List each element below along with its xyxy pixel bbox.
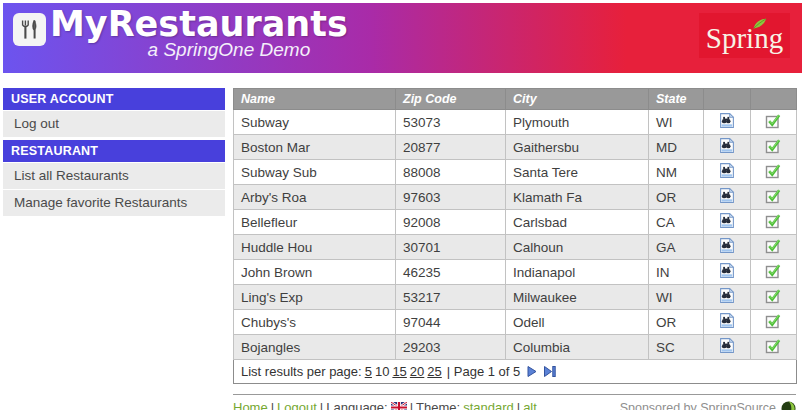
restaurant-zip: 92008 (396, 210, 506, 235)
restaurant-name: Subway (234, 110, 396, 135)
restaurant-state: OR (649, 310, 704, 335)
sponsored-by: Sponsored by SpringSource (620, 401, 796, 410)
theme-label: Theme: (416, 400, 460, 410)
column-zip-code: Zip Code (396, 89, 506, 110)
pagination-bar: List results per page:510152025| Page 1 … (234, 360, 797, 384)
restaurant-state: MD (649, 135, 704, 160)
restaurant-table: Name Zip Code City State Subway 53073 Pl… (233, 88, 797, 384)
favorite-checked-icon[interactable] (765, 163, 782, 179)
view-details-icon[interactable] (719, 112, 735, 129)
sidebar-header-user-account: USER ACCOUNT (3, 88, 225, 110)
per-page-option-25[interactable]: 25 (427, 364, 441, 379)
favorite-checked-icon[interactable] (765, 263, 782, 279)
sidebar-item-list-all-restaurants[interactable]: List all Restaurants (3, 163, 225, 189)
sidebar-section-user-account: USER ACCOUNT Log out (3, 88, 225, 137)
restaurant-state: CA (649, 210, 704, 235)
view-details-icon[interactable] (719, 162, 735, 179)
view-cell (704, 285, 751, 310)
restaurant-name: Boston Mar (234, 135, 396, 160)
restaurant-city: Milwaukee (506, 285, 649, 310)
column-view (704, 89, 751, 110)
uk-flag-icon[interactable] (391, 401, 407, 410)
language-label: Language: (326, 400, 387, 410)
footer-links: Home|Logout|Language:|Theme:standard|alt (233, 400, 540, 410)
favorite-checked-icon[interactable] (765, 288, 782, 304)
view-details-icon[interactable] (719, 312, 735, 329)
view-cell (704, 310, 751, 335)
sidebar-section-restaurant: RESTAURANT List all Restaurants Manage f… (3, 140, 225, 216)
restaurant-zip: 97044 (396, 310, 506, 335)
leaf-icon (752, 15, 767, 33)
column-favorite (751, 89, 797, 110)
restaurant-city: Calhoun (506, 235, 649, 260)
view-details-icon[interactable] (719, 337, 735, 354)
separator: | (410, 400, 413, 410)
restaurant-name: Chubys's (234, 310, 396, 335)
view-details-icon[interactable] (719, 212, 735, 229)
per-page-option-5[interactable]: 5 (365, 364, 372, 379)
restaurant-city: Indianapol (506, 260, 649, 285)
separator: | (517, 400, 520, 410)
favorite-checked-icon[interactable] (765, 213, 782, 229)
view-cell (704, 260, 751, 285)
footer: Home|Logout|Language:|Theme:standard|alt… (233, 394, 796, 410)
favorite-checked-icon[interactable] (765, 188, 782, 204)
sidebar-item-logout[interactable]: Log out (3, 111, 225, 137)
theme-link-standard[interactable]: standard (463, 400, 514, 410)
restaurant-row: Subway 53073 Plymouth WI (234, 110, 797, 135)
restaurant-state: NM (649, 160, 704, 185)
sidebar: USER ACCOUNT Log out RESTAURANT List all… (3, 88, 225, 216)
app-title: MyRestaurants (50, 4, 348, 44)
theme-link-alt[interactable]: alt (523, 400, 537, 410)
restaurant-city: Carlsbad (506, 210, 649, 235)
restaurant-city: Odell (506, 310, 649, 335)
per-page-option-20[interactable]: 20 (410, 364, 424, 379)
per-page-option-15[interactable]: 15 (392, 364, 406, 379)
restaurant-state: GA (649, 235, 704, 260)
next-page-icon[interactable] (525, 365, 538, 378)
last-page-icon[interactable] (543, 365, 557, 378)
restaurant-zip: 20877 (396, 135, 506, 160)
restaurant-city: Santa Tere (506, 160, 649, 185)
favorite-checked-icon[interactable] (765, 313, 782, 329)
column-name: Name (234, 89, 396, 110)
view-details-icon[interactable] (719, 262, 735, 279)
view-details-icon[interactable] (719, 287, 735, 304)
restaurant-state: IN (649, 260, 704, 285)
content: USER ACCOUNT Log out RESTAURANT List all… (3, 88, 802, 384)
view-cell (704, 160, 751, 185)
separator: | (320, 400, 323, 410)
restaurant-zip: 29203 (396, 335, 506, 360)
favorite-checked-icon[interactable] (765, 113, 782, 129)
favorite-cell (751, 135, 797, 160)
view-details-icon[interactable] (719, 137, 735, 154)
view-details-icon[interactable] (719, 237, 735, 254)
restaurant-row: Bellefleur 92008 Carlsbad CA (234, 210, 797, 235)
restaurant-row: Subway Sub 88008 Santa Tere NM (234, 160, 797, 185)
view-cell (704, 110, 751, 135)
favorite-cell (751, 310, 797, 335)
spring-logo: Spring (699, 13, 790, 58)
restaurant-name: Ling's Exp (234, 285, 396, 310)
view-cell (704, 185, 751, 210)
table-header-row: Name Zip Code City State (234, 89, 797, 110)
sponsored-text: Sponsored by SpringSource (620, 401, 776, 410)
footer-link-logout[interactable]: Logout (277, 400, 317, 410)
restaurant-zip: 46235 (396, 260, 506, 285)
favorite-cell (751, 160, 797, 185)
restaurant-name: Subway Sub (234, 160, 396, 185)
restaurant-state: SC (649, 335, 704, 360)
restaurant-row: Bojangles 29203 Columbia SC (234, 335, 797, 360)
per-page-label: List results per page: (241, 364, 362, 379)
column-state: State (649, 89, 704, 110)
restaurant-city: Klamath Fa (506, 185, 649, 210)
favorite-checked-icon[interactable] (765, 338, 782, 354)
view-details-icon[interactable] (719, 187, 735, 204)
footer-link-home[interactable]: Home (233, 400, 268, 410)
restaurant-zip: 53073 (396, 110, 506, 135)
separator: | (271, 400, 274, 410)
restaurant-row: Ling's Exp 53217 Milwaukee WI (234, 285, 797, 310)
favorite-checked-icon[interactable] (765, 238, 782, 254)
favorite-checked-icon[interactable] (765, 138, 782, 154)
sidebar-item-manage-favorite-restaurants[interactable]: Manage favorite Restaurants (3, 190, 225, 216)
